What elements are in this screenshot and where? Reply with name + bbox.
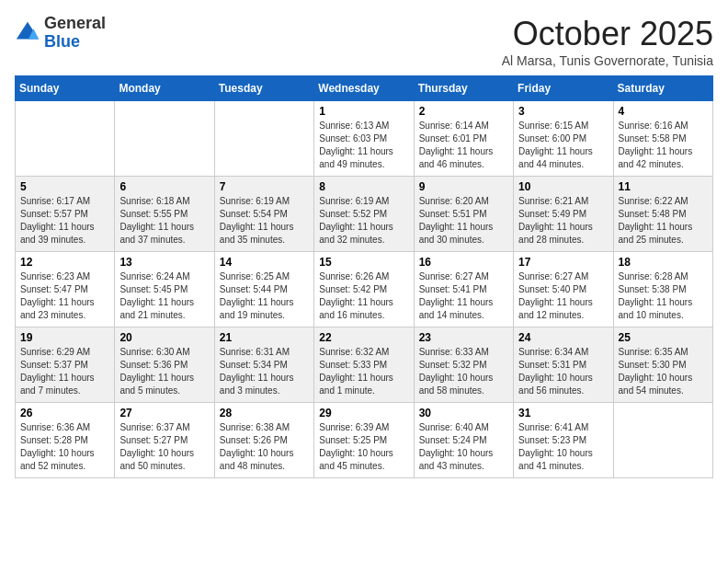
weekday-header: Tuesday bbox=[214, 76, 313, 101]
day-info: Sunrise: 6:22 AM Sunset: 5:48 PM Dayligh… bbox=[619, 195, 708, 247]
day-number: 4 bbox=[619, 105, 708, 118]
day-number: 25 bbox=[619, 331, 708, 344]
day-info: Sunrise: 6:39 AM Sunset: 5:25 PM Dayligh… bbox=[319, 421, 408, 473]
weekday-header-row: SundayMondayTuesdayWednesdayThursdayFrid… bbox=[16, 76, 713, 101]
calendar-cell: 1Sunrise: 6:13 AM Sunset: 6:03 PM Daylig… bbox=[314, 101, 414, 177]
day-info: Sunrise: 6:13 AM Sunset: 6:03 PM Dayligh… bbox=[319, 120, 408, 171]
calendar-week-row: 12Sunrise: 6:23 AM Sunset: 5:47 PM Dayli… bbox=[16, 252, 713, 327]
day-number: 23 bbox=[419, 331, 508, 344]
day-info: Sunrise: 6:27 AM Sunset: 5:41 PM Dayligh… bbox=[419, 270, 508, 322]
calendar-cell: 23Sunrise: 6:33 AM Sunset: 5:32 PM Dayli… bbox=[414, 327, 513, 403]
logo-blue: Blue bbox=[44, 32, 80, 51]
calendar-cell: 8Sunrise: 6:19 AM Sunset: 5:52 PM Daylig… bbox=[314, 177, 414, 252]
day-number: 29 bbox=[319, 407, 408, 419]
day-number: 28 bbox=[220, 407, 309, 419]
calendar-cell: 18Sunrise: 6:28 AM Sunset: 5:38 PM Dayli… bbox=[613, 252, 712, 327]
weekday-header: Friday bbox=[514, 76, 613, 101]
day-number: 16 bbox=[419, 256, 508, 269]
day-info: Sunrise: 6:31 AM Sunset: 5:34 PM Dayligh… bbox=[220, 346, 309, 397]
day-number: 15 bbox=[319, 256, 408, 269]
page-header: General Blue October 2025 Al Marsa, Tuni… bbox=[15, 15, 713, 68]
day-number: 12 bbox=[20, 256, 109, 269]
calendar-table: SundayMondayTuesdayWednesdayThursdayFrid… bbox=[15, 75, 713, 478]
day-number: 30 bbox=[419, 407, 508, 419]
calendar-week-row: 5Sunrise: 6:17 AM Sunset: 5:57 PM Daylig… bbox=[16, 177, 713, 252]
calendar-cell bbox=[613, 403, 712, 478]
day-number: 10 bbox=[518, 180, 608, 193]
calendar-cell: 19Sunrise: 6:29 AM Sunset: 5:37 PM Dayli… bbox=[16, 327, 115, 403]
day-number: 2 bbox=[419, 105, 508, 118]
calendar-cell bbox=[115, 101, 214, 177]
day-number: 31 bbox=[518, 407, 608, 419]
day-number: 11 bbox=[619, 180, 708, 193]
calendar-cell: 6Sunrise: 6:18 AM Sunset: 5:55 PM Daylig… bbox=[115, 177, 214, 252]
day-info: Sunrise: 6:29 AM Sunset: 5:37 PM Dayligh… bbox=[20, 346, 109, 397]
day-number: 6 bbox=[119, 180, 209, 193]
calendar-cell: 11Sunrise: 6:22 AM Sunset: 5:48 PM Dayli… bbox=[613, 177, 712, 252]
weekday-header: Wednesday bbox=[314, 76, 414, 101]
day-number: 8 bbox=[319, 180, 408, 193]
calendar-cell: 30Sunrise: 6:40 AM Sunset: 5:24 PM Dayli… bbox=[414, 403, 513, 478]
calendar-week-row: 19Sunrise: 6:29 AM Sunset: 5:37 PM Dayli… bbox=[16, 327, 713, 403]
day-number: 3 bbox=[518, 105, 608, 118]
day-info: Sunrise: 6:27 AM Sunset: 5:40 PM Dayligh… bbox=[518, 270, 608, 322]
calendar-cell bbox=[16, 101, 115, 177]
calendar-cell: 14Sunrise: 6:25 AM Sunset: 5:44 PM Dayli… bbox=[214, 252, 313, 327]
calendar-cell bbox=[214, 101, 313, 177]
calendar-cell: 16Sunrise: 6:27 AM Sunset: 5:41 PM Dayli… bbox=[414, 252, 513, 327]
calendar-cell: 29Sunrise: 6:39 AM Sunset: 5:25 PM Dayli… bbox=[314, 403, 414, 478]
day-number: 13 bbox=[119, 256, 209, 269]
day-info: Sunrise: 6:33 AM Sunset: 5:32 PM Dayligh… bbox=[419, 346, 508, 397]
day-info: Sunrise: 6:36 AM Sunset: 5:28 PM Dayligh… bbox=[20, 421, 109, 473]
calendar-cell: 4Sunrise: 6:16 AM Sunset: 5:58 PM Daylig… bbox=[613, 101, 712, 177]
day-info: Sunrise: 6:28 AM Sunset: 5:38 PM Dayligh… bbox=[619, 270, 708, 322]
day-info: Sunrise: 6:37 AM Sunset: 5:27 PM Dayligh… bbox=[119, 421, 209, 473]
day-info: Sunrise: 6:40 AM Sunset: 5:24 PM Dayligh… bbox=[419, 421, 508, 473]
weekday-header: Monday bbox=[115, 76, 214, 101]
calendar-cell: 15Sunrise: 6:26 AM Sunset: 5:42 PM Dayli… bbox=[314, 252, 414, 327]
calendar-cell: 28Sunrise: 6:38 AM Sunset: 5:26 PM Dayli… bbox=[214, 403, 313, 478]
calendar-cell: 22Sunrise: 6:32 AM Sunset: 5:33 PM Dayli… bbox=[314, 327, 414, 403]
calendar-cell: 24Sunrise: 6:34 AM Sunset: 5:31 PM Dayli… bbox=[514, 327, 613, 403]
day-info: Sunrise: 6:20 AM Sunset: 5:51 PM Dayligh… bbox=[419, 195, 508, 247]
weekday-header: Saturday bbox=[613, 76, 712, 101]
day-number: 1 bbox=[319, 105, 408, 118]
calendar-cell: 5Sunrise: 6:17 AM Sunset: 5:57 PM Daylig… bbox=[16, 177, 115, 252]
day-info: Sunrise: 6:41 AM Sunset: 5:23 PM Dayligh… bbox=[518, 421, 608, 473]
calendar-cell: 12Sunrise: 6:23 AM Sunset: 5:47 PM Dayli… bbox=[16, 252, 115, 327]
day-number: 22 bbox=[319, 331, 408, 344]
logo-general: General bbox=[44, 14, 106, 32]
calendar-cell: 25Sunrise: 6:35 AM Sunset: 5:30 PM Dayli… bbox=[613, 327, 712, 403]
day-number: 19 bbox=[20, 331, 109, 344]
day-info: Sunrise: 6:14 AM Sunset: 6:01 PM Dayligh… bbox=[419, 120, 508, 171]
calendar-cell: 9Sunrise: 6:20 AM Sunset: 5:51 PM Daylig… bbox=[414, 177, 513, 252]
logo-text: General Blue bbox=[44, 15, 106, 52]
day-info: Sunrise: 6:35 AM Sunset: 5:30 PM Dayligh… bbox=[619, 346, 708, 397]
calendar-cell: 27Sunrise: 6:37 AM Sunset: 5:27 PM Dayli… bbox=[115, 403, 214, 478]
day-info: Sunrise: 6:23 AM Sunset: 5:47 PM Dayligh… bbox=[20, 270, 109, 322]
day-info: Sunrise: 6:16 AM Sunset: 5:58 PM Dayligh… bbox=[619, 120, 708, 171]
day-info: Sunrise: 6:30 AM Sunset: 5:36 PM Dayligh… bbox=[119, 346, 209, 397]
day-number: 17 bbox=[518, 256, 608, 269]
day-info: Sunrise: 6:19 AM Sunset: 5:54 PM Dayligh… bbox=[220, 195, 309, 247]
calendar-cell: 26Sunrise: 6:36 AM Sunset: 5:28 PM Dayli… bbox=[16, 403, 115, 478]
day-number: 18 bbox=[619, 256, 708, 269]
day-info: Sunrise: 6:18 AM Sunset: 5:55 PM Dayligh… bbox=[119, 195, 209, 247]
day-number: 20 bbox=[119, 331, 209, 344]
day-number: 24 bbox=[518, 331, 608, 344]
title-block: October 2025 Al Marsa, Tunis Governorate… bbox=[502, 15, 713, 68]
day-info: Sunrise: 6:26 AM Sunset: 5:42 PM Dayligh… bbox=[319, 270, 408, 322]
day-number: 5 bbox=[20, 180, 109, 193]
day-number: 26 bbox=[20, 407, 109, 419]
calendar-cell: 13Sunrise: 6:24 AM Sunset: 5:45 PM Dayli… bbox=[115, 252, 214, 327]
calendar-cell: 20Sunrise: 6:30 AM Sunset: 5:36 PM Dayli… bbox=[115, 327, 214, 403]
day-number: 9 bbox=[419, 180, 508, 193]
calendar-cell: 31Sunrise: 6:41 AM Sunset: 5:23 PM Dayli… bbox=[514, 403, 613, 478]
day-info: Sunrise: 6:25 AM Sunset: 5:44 PM Dayligh… bbox=[220, 270, 309, 322]
day-number: 27 bbox=[119, 407, 209, 419]
day-number: 14 bbox=[220, 256, 309, 269]
day-info: Sunrise: 6:34 AM Sunset: 5:31 PM Dayligh… bbox=[518, 346, 608, 397]
day-info: Sunrise: 6:21 AM Sunset: 5:49 PM Dayligh… bbox=[518, 195, 608, 247]
day-info: Sunrise: 6:15 AM Sunset: 6:00 PM Dayligh… bbox=[518, 120, 608, 171]
day-number: 21 bbox=[220, 331, 309, 344]
